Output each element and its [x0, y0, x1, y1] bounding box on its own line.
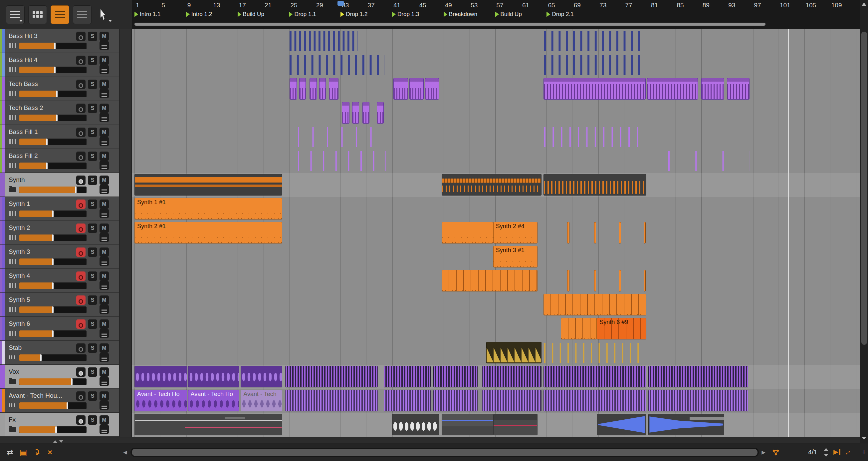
- clip[interactable]: [567, 222, 569, 243]
- clip[interactable]: [648, 414, 724, 435]
- hscroll-right-arrow[interactable]: ▶: [760, 448, 767, 457]
- volume-fader-handle[interactable]: [52, 234, 54, 241]
- vertical-scrollbar[interactable]: [860, 0, 868, 443]
- volume-fader[interactable]: [19, 67, 87, 73]
- horizontal-scrollbar-handle[interactable]: [132, 449, 757, 456]
- volume-fader-handle[interactable]: [52, 307, 54, 313]
- clip[interactable]: [442, 222, 493, 243]
- dual-panel-icon[interactable]: ⇄: [5, 447, 15, 458]
- arranger-row-vox[interactable]: [132, 365, 860, 389]
- clip[interactable]: [409, 78, 424, 99]
- volume-fader-handle[interactable]: [55, 426, 57, 433]
- volume-fader[interactable]: [19, 426, 87, 433]
- clip[interactable]: [285, 390, 378, 411]
- track-menu-button[interactable]: [99, 281, 109, 290]
- mute-button[interactable]: M: [99, 80, 109, 89]
- track-menu-button[interactable]: [99, 257, 109, 266]
- volume-fader[interactable]: [19, 91, 87, 97]
- clip[interactable]: [384, 366, 431, 387]
- volume-fader[interactable]: [19, 307, 87, 313]
- record-arm-button[interactable]: [76, 319, 86, 329]
- track-header-avant-tech-hou[interactable]: Avant - Tech Hou...SM: [0, 389, 119, 413]
- volume-fader-handle[interactable]: [52, 210, 54, 217]
- arranger-row-bass-fill-2[interactable]: [132, 149, 860, 173]
- volume-fader-handle[interactable]: [52, 330, 54, 337]
- track-header-synth-3[interactable]: Synth 3SM: [0, 245, 119, 269]
- clip[interactable]: [482, 390, 541, 411]
- volume-fader-handle[interactable]: [46, 139, 48, 145]
- clip[interactable]: [486, 342, 541, 364]
- arranger-row-synth-2[interactable]: Synth 2 #1Synth 2 #4: [132, 221, 860, 245]
- mute-button[interactable]: M: [99, 104, 109, 113]
- note-cluster[interactable]: [544, 31, 645, 51]
- solo-button[interactable]: S: [88, 32, 97, 41]
- scroll-up-icon[interactable]: [862, 3, 866, 6]
- note-cluster[interactable]: [544, 127, 645, 147]
- clip[interactable]: [442, 270, 537, 291]
- clip[interactable]: [544, 366, 647, 387]
- clip[interactable]: [299, 78, 306, 99]
- arranger-row-bass-fill-1[interactable]: [132, 125, 860, 149]
- mute-button[interactable]: M: [99, 319, 109, 329]
- cue-marker-intro-1-1[interactable]: Intro 1.1: [134, 11, 160, 18]
- track-header-synth-4[interactable]: Synth 4SM: [0, 269, 119, 293]
- clip[interactable]: [134, 414, 282, 435]
- mute-button[interactable]: M: [99, 367, 109, 377]
- solo-button[interactable]: S: [88, 151, 97, 161]
- follow-playhead-icon[interactable]: [31, 448, 41, 457]
- clip[interactable]: [433, 366, 478, 387]
- scroll-down-icon[interactable]: [862, 437, 866, 440]
- solo-button[interactable]: S: [88, 319, 97, 329]
- track-menu-button[interactable]: [99, 89, 109, 98]
- volume-fader-handle[interactable]: [71, 378, 72, 385]
- record-arm-button[interactable]: [76, 80, 86, 89]
- clip[interactable]: [619, 270, 621, 291]
- volume-fader-handle[interactable]: [52, 258, 54, 265]
- volume-fader[interactable]: [19, 42, 87, 49]
- clip[interactable]: [363, 102, 369, 123]
- solo-button[interactable]: S: [88, 343, 97, 353]
- clip[interactable]: [567, 270, 569, 291]
- volume-fader-handle[interactable]: [56, 91, 58, 97]
- cue-marker-drop-1-3[interactable]: Drop 1.3: [392, 11, 419, 18]
- add-icon[interactable]: +: [861, 448, 867, 457]
- solo-button[interactable]: S: [88, 367, 97, 377]
- record-arm-button[interactable]: [76, 151, 86, 161]
- solo-button[interactable]: S: [88, 271, 97, 281]
- record-arm-button[interactable]: [76, 295, 86, 305]
- track-menu-button[interactable]: [99, 305, 109, 314]
- panel-menu-button[interactable]: [6, 5, 25, 24]
- solo-button[interactable]: S: [88, 415, 97, 425]
- record-arm-button[interactable]: [76, 56, 86, 65]
- arranger-row-synth-3[interactable]: Synth 3 #1: [132, 245, 860, 269]
- clip[interactable]: [442, 414, 493, 435]
- volume-fader[interactable]: [19, 283, 87, 289]
- solo-button[interactable]: S: [88, 392, 97, 401]
- clip[interactable]: [329, 78, 339, 99]
- volume-fader[interactable]: [19, 402, 87, 409]
- spinner-down-icon[interactable]: [824, 454, 828, 457]
- arranger-row-bass-hit-4[interactable]: [132, 53, 860, 77]
- clip[interactable]: [644, 270, 646, 291]
- clip[interactable]: [342, 102, 349, 123]
- track-header-synth-5[interactable]: Synth 5SM: [0, 293, 119, 317]
- mute-button[interactable]: M: [99, 224, 109, 233]
- timeline-range-bar[interactable]: [134, 23, 766, 26]
- mute-button[interactable]: M: [99, 200, 109, 209]
- hscroll-left-arrow[interactable]: ◀: [122, 448, 128, 457]
- track-menu-button[interactable]: [99, 137, 109, 146]
- track-header-bass-hit-4[interactable]: Bass Hit 4SM: [0, 53, 119, 77]
- note-cluster[interactable]: [289, 55, 384, 75]
- arranger-row-bass-hit-3[interactable]: [132, 29, 860, 53]
- clip[interactable]: [433, 390, 478, 411]
- vertical-scrollbar-handle[interactable]: [861, 32, 867, 345]
- track-menu-button[interactable]: [99, 233, 109, 242]
- mute-button[interactable]: M: [99, 415, 109, 425]
- record-arm-button[interactable]: [76, 200, 86, 209]
- track-header-bass-hit-3[interactable]: Bass Hit 3SM: [0, 29, 119, 53]
- record-arm-button[interactable]: [76, 392, 86, 401]
- clip[interactable]: [425, 78, 439, 99]
- record-arm-button[interactable]: [76, 224, 86, 233]
- zoom-fit-icon[interactable]: ↕: [843, 447, 854, 457]
- clip[interactable]: [310, 78, 316, 99]
